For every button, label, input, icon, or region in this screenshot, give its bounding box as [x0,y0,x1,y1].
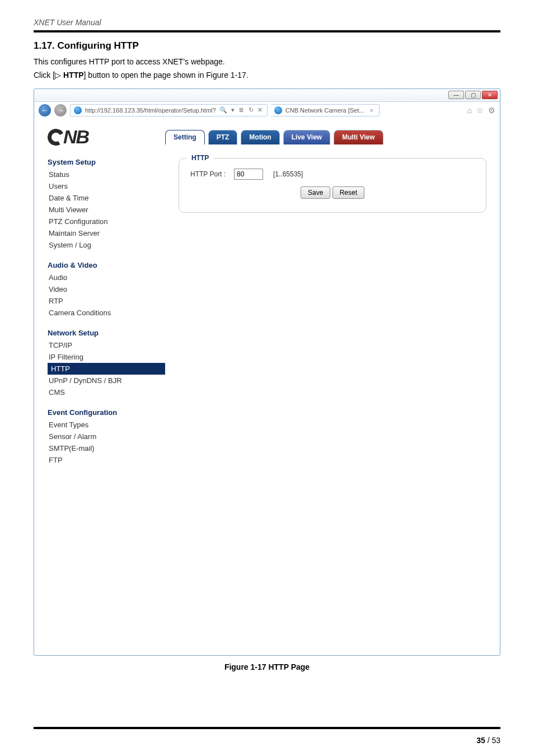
favorites-icon[interactable]: ☆ [476,106,484,115]
sidebar-item-upnp-dyndns-bjr[interactable]: UPnP / DynDNS / BJR [48,375,165,386]
browser-address-bar: ← → http://192.168.123.35/html/operator/… [34,101,500,118]
sidebar: System Setup Status Users Date & Time Mu… [48,158,165,476]
figure-caption: Figure 1-17 HTTP Page [34,662,500,671]
triangle-icon: ▷ [55,71,61,80]
save-button[interactable]: Save [301,186,330,199]
sidebar-item-system-log[interactable]: System / Log [48,239,165,251]
sidebar-title-audio-video: Audio & Video [48,261,165,269]
tab-motion[interactable]: Motion [241,130,279,144]
ie-globe-icon [74,106,82,114]
logo-text: NB [63,126,88,148]
sidebar-item-camera-conditions[interactable]: Camera Conditions [48,307,165,319]
top-navigation: Setting PTZ Motion Live View Multi View [165,130,383,144]
section-heading: 1.17. Configuring HTTP [34,40,500,52]
sidebar-item-smtp-email[interactable]: SMTP(E-mail) [48,442,165,454]
tab-multi-view[interactable]: Multi View [334,130,383,144]
sidebar-item-audio[interactable]: Audio [48,272,165,283]
settings-gear-icon[interactable]: ⚙ [488,106,495,115]
click-prefix: Click [ [34,71,55,80]
intro-text: This configures HTTP port to access XNET… [34,57,500,66]
sidebar-item-sensor-alarm[interactable]: Sensor / Alarm [48,431,165,442]
tab-live-view[interactable]: Live View [283,130,330,144]
tab-favicon-icon [274,106,282,114]
sidebar-item-multi-viewer[interactable]: Multi Viewer [48,204,165,216]
sidebar-title-system-setup: System Setup [48,158,165,166]
sidebar-item-users[interactable]: Users [48,180,165,192]
click-instruction: Click [▷ HTTP] button to open the page s… [34,71,500,80]
sidebar-item-ftp[interactable]: FTP [48,454,165,466]
sidebar-item-http[interactable]: HTTP [48,363,165,375]
sidebar-item-rtp[interactable]: RTP [48,295,165,307]
nav-forward-button[interactable]: → [54,104,67,116]
browser-window: — ▢ ✕ ← → http://192.168.123.35/html/ope… [34,88,500,656]
tab-title: CNB Network Camera [Set... [285,107,364,114]
window-titlebar: — ▢ ✕ [34,89,500,101]
browser-tab[interactable]: CNB Network Camera [Set... × [271,104,380,116]
sidebar-item-maintain-server[interactable]: Maintain Server [48,227,165,239]
http-port-range: [1..65535] [273,170,303,178]
web-page-body: NB Setting PTZ Motion Live View Multi Vi… [34,118,500,655]
page-number: 35 / 53 [476,736,500,745]
doc-header: XNET User Manual [34,18,500,27]
footer-rule [34,727,500,729]
window-minimize-button[interactable]: — [448,91,464,99]
http-panel-legend: HTTP [187,154,213,162]
sidebar-item-video[interactable]: Video [48,283,165,295]
reset-button[interactable]: Reset [332,186,364,199]
url-box[interactable]: http://192.168.123.35/html/operator/Setu… [70,104,268,116]
tab-close-icon[interactable]: × [369,107,373,114]
tab-setting[interactable]: Setting [165,130,205,144]
window-maximize-button[interactable]: ▢ [465,91,481,99]
addr-tool-icons[interactable]: 🔍 ▾ 🗎 ↻ ✕ [219,106,264,114]
page-current: 35 [476,736,485,745]
nav-back-button[interactable]: ← [39,104,51,116]
click-suffix: ] button to open the page shown in Figur… [84,71,249,80]
sidebar-item-date-time[interactable]: Date & Time [48,192,165,204]
sidebar-item-event-types[interactable]: Event Types [48,419,165,431]
sidebar-item-ptz-configuration[interactable]: PTZ Configuration [48,216,165,227]
home-icon[interactable]: ⌂ [467,106,472,115]
sidebar-item-cms[interactable]: CMS [48,386,165,398]
sidebar-title-event-configuration: Event Configuration [48,408,165,417]
tab-ptz[interactable]: PTZ [208,130,238,144]
http-port-label: HTTP Port : [190,170,229,178]
page-sep: / [485,736,492,745]
sidebar-item-status[interactable]: Status [48,169,165,180]
page-total: 53 [491,736,500,745]
sidebar-item-ip-filtering[interactable]: IP Filtering [48,351,165,363]
section-number: 1.17. [34,40,55,51]
url-text: http://192.168.123.35/html/operator/Setu… [85,107,216,114]
http-panel: HTTP HTTP Port : [1..65535] Save Reset [179,158,486,213]
sidebar-title-network-setup: Network Setup [48,329,165,337]
http-port-input[interactable] [234,169,263,180]
cnb-logo: NB [48,126,165,148]
click-bold: HTTP [61,71,83,80]
sidebar-item-tcpip[interactable]: TCP/IP [48,339,165,351]
header-rule [34,30,500,32]
section-title: Configuring HTTP [58,40,139,51]
window-close-button[interactable]: ✕ [482,91,498,99]
